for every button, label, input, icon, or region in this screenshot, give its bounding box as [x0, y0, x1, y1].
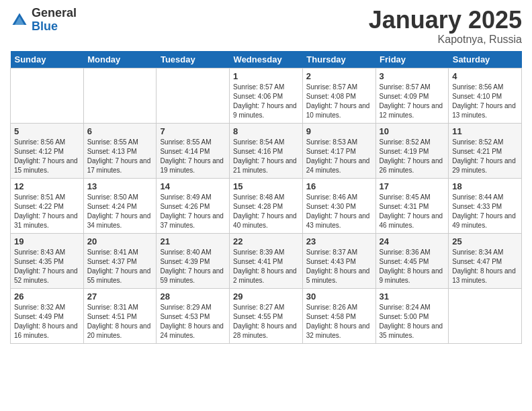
calendar-week-2: 5Sunrise: 8:56 AMSunset: 4:12 PMDaylight… [11, 123, 522, 178]
day-info: Sunrise: 8:27 AMSunset: 4:55 PMDaylight:… [233, 303, 299, 340]
sunrise: Sunrise: 8:51 AM [14, 193, 65, 201]
sunset: Sunset: 4:37 PM [87, 258, 137, 265]
calendar-cell: 31Sunrise: 8:24 AMSunset: 5:00 PMDayligh… [375, 288, 449, 343]
calendar-cell: 21Sunrise: 8:40 AMSunset: 4:39 PMDayligh… [157, 233, 230, 288]
sunset: Sunset: 4:06 PM [233, 93, 283, 100]
day-number: 5 [14, 126, 80, 136]
location: Kapotnya, Russia [369, 34, 522, 46]
title-block: January 2025 Kapotnya, Russia [369, 7, 522, 46]
calendar-header-row: Sunday Monday Tuesday Wednesday Thursday… [11, 51, 522, 68]
header-saturday: Saturday [449, 51, 522, 68]
sunrise: Sunrise: 8:57 AM [306, 83, 357, 91]
day-info: Sunrise: 8:56 AMSunset: 4:12 PMDaylight:… [14, 138, 80, 175]
day-number: 22 [233, 236, 299, 246]
day-info: Sunrise: 8:48 AMSunset: 4:28 PMDaylight:… [233, 193, 299, 230]
day-number: 21 [160, 236, 226, 246]
calendar-cell: 6Sunrise: 8:55 AMSunset: 4:13 PMDaylight… [83, 123, 157, 178]
calendar-cell: 4Sunrise: 8:56 AMSunset: 4:10 PMDaylight… [449, 68, 522, 123]
sunrise: Sunrise: 8:48 AM [233, 193, 284, 201]
day-number: 16 [306, 181, 372, 191]
sunrise: Sunrise: 8:40 AM [160, 248, 211, 256]
day-number: 23 [306, 236, 372, 246]
sunrise: Sunrise: 8:53 AM [306, 138, 357, 146]
sunrise: Sunrise: 8:37 AM [306, 248, 357, 256]
sunset: Sunset: 4:30 PM [306, 203, 356, 210]
sunrise: Sunrise: 8:50 AM [87, 193, 138, 201]
sunrise: Sunrise: 8:36 AM [380, 248, 431, 256]
daylight: Daylight: 7 hours and 59 minutes. [160, 267, 224, 284]
day-info: Sunrise: 8:56 AMSunset: 4:10 PMDaylight:… [452, 83, 518, 120]
day-number: 28 [160, 291, 226, 302]
day-info: Sunrise: 8:24 AMSunset: 5:00 PMDaylight:… [380, 303, 445, 340]
sunrise: Sunrise: 8:52 AM [452, 138, 503, 146]
calendar-cell: 9Sunrise: 8:53 AMSunset: 4:17 PMDaylight… [302, 123, 375, 178]
calendar-cell: 23Sunrise: 8:37 AMSunset: 4:43 PMDayligh… [302, 233, 375, 288]
day-number: 4 [452, 71, 518, 81]
daylight: Daylight: 7 hours and 21 minutes. [233, 157, 297, 174]
day-number: 29 [233, 291, 299, 302]
sunrise: Sunrise: 8:56 AM [452, 83, 503, 91]
daylight: Daylight: 7 hours and 17 minutes. [87, 157, 151, 174]
day-info: Sunrise: 8:43 AMSunset: 4:35 PMDaylight:… [14, 248, 80, 285]
sunrise: Sunrise: 8:57 AM [380, 83, 431, 91]
sunrise: Sunrise: 8:27 AM [233, 304, 284, 311]
sunrise: Sunrise: 8:55 AM [160, 138, 211, 146]
daylight: Daylight: 8 hours and 32 minutes. [306, 322, 370, 339]
daylight: Daylight: 8 hours and 24 minutes. [160, 322, 224, 339]
daylight: Daylight: 8 hours and 9 minutes. [380, 267, 443, 284]
day-number: 30 [306, 291, 372, 302]
daylight: Daylight: 8 hours and 13 minutes. [452, 267, 516, 284]
day-info: Sunrise: 8:36 AMSunset: 4:45 PMDaylight:… [380, 248, 445, 285]
sunset: Sunset: 5:00 PM [380, 313, 429, 320]
calendar-cell: 18Sunrise: 8:44 AMSunset: 4:33 PMDayligh… [449, 178, 522, 233]
daylight: Daylight: 8 hours and 5 minutes. [306, 267, 370, 284]
day-number: 19 [14, 236, 80, 246]
sunrise: Sunrise: 8:46 AM [306, 193, 357, 201]
sunrise: Sunrise: 8:24 AM [380, 304, 431, 311]
logo-general: General [32, 7, 77, 20]
calendar-cell: 27Sunrise: 8:31 AMSunset: 4:51 PMDayligh… [83, 288, 157, 343]
sunset: Sunset: 4:58 PM [306, 313, 356, 320]
sunrise: Sunrise: 8:41 AM [87, 248, 138, 256]
sunrise: Sunrise: 8:26 AM [306, 304, 357, 311]
calendar-table: Sunday Monday Tuesday Wednesday Thursday… [10, 51, 522, 344]
day-number: 26 [14, 291, 80, 302]
sunset: Sunset: 4:33 PM [452, 203, 502, 210]
day-info: Sunrise: 8:51 AMSunset: 4:22 PMDaylight:… [14, 193, 80, 230]
sunset: Sunset: 4:28 PM [233, 203, 283, 210]
daylight: Daylight: 7 hours and 10 minutes. [306, 102, 370, 119]
sunset: Sunset: 4:49 PM [14, 313, 64, 320]
day-number: 24 [380, 236, 445, 246]
calendar-cell [449, 288, 522, 343]
day-number: 12 [14, 181, 80, 191]
calendar-cell: 2Sunrise: 8:57 AMSunset: 4:08 PMDaylight… [302, 68, 375, 123]
header-tuesday: Tuesday [157, 51, 230, 68]
calendar-cell: 7Sunrise: 8:55 AMSunset: 4:14 PMDaylight… [157, 123, 230, 178]
day-number: 20 [87, 236, 153, 246]
day-number: 10 [380, 126, 445, 136]
day-number: 1 [233, 71, 299, 81]
daylight: Daylight: 7 hours and 19 minutes. [160, 157, 224, 174]
sunset: Sunset: 4:47 PM [452, 258, 502, 265]
sunrise: Sunrise: 8:39 AM [233, 248, 284, 256]
day-info: Sunrise: 8:26 AMSunset: 4:58 PMDaylight:… [306, 303, 372, 340]
day-info: Sunrise: 8:57 AMSunset: 4:06 PMDaylight:… [233, 83, 299, 120]
calendar-cell: 16Sunrise: 8:46 AMSunset: 4:30 PMDayligh… [302, 178, 375, 233]
daylight: Daylight: 7 hours and 29 minutes. [452, 157, 516, 174]
sunset: Sunset: 4:31 PM [380, 203, 429, 210]
day-number: 13 [87, 181, 153, 191]
sunset: Sunset: 4:41 PM [233, 258, 283, 265]
day-info: Sunrise: 8:34 AMSunset: 4:47 PMDaylight:… [452, 248, 518, 285]
day-info: Sunrise: 8:55 AMSunset: 4:13 PMDaylight:… [87, 138, 153, 175]
sunrise: Sunrise: 8:29 AM [160, 304, 211, 311]
calendar-week-1: 1Sunrise: 8:57 AMSunset: 4:06 PMDaylight… [11, 68, 522, 123]
daylight: Daylight: 7 hours and 37 minutes. [160, 212, 224, 229]
logo-text: General Blue [32, 7, 77, 34]
sunset: Sunset: 4:17 PM [306, 148, 356, 155]
day-number: 17 [380, 181, 445, 191]
day-number: 11 [452, 126, 518, 136]
calendar-cell: 29Sunrise: 8:27 AMSunset: 4:55 PMDayligh… [230, 288, 303, 343]
daylight: Daylight: 7 hours and 9 minutes. [233, 102, 297, 119]
day-number: 27 [87, 291, 153, 302]
day-number: 18 [452, 181, 518, 191]
